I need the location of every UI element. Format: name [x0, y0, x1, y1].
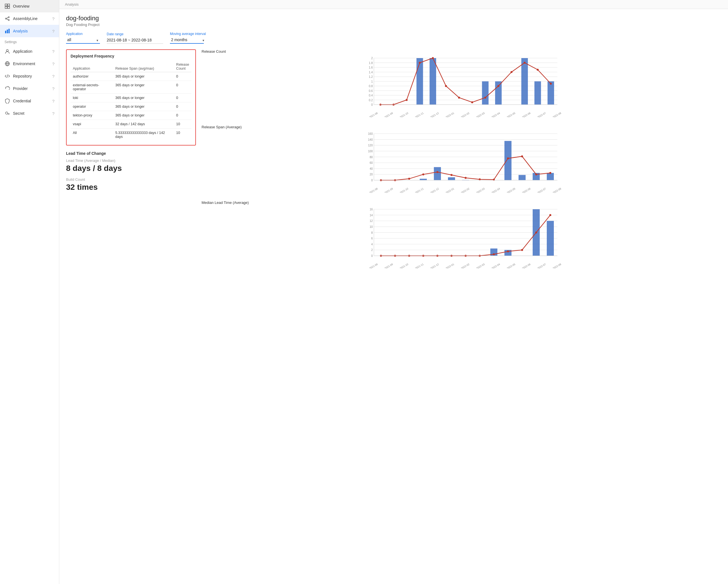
svg-text:2021-09: 2021-09 [384, 187, 393, 193]
table-row: loki 365 days or longer 0 [71, 93, 191, 102]
svg-text:2021-09: 2021-09 [369, 263, 378, 269]
help-icon[interactable]: ? [52, 16, 54, 21]
help-icon[interactable]: ? [52, 29, 54, 33]
svg-text:60: 60 [369, 161, 373, 164]
release-count-svg: 00.20.40.60.811.21.41.61.822021-082021-0… [202, 55, 721, 117]
svg-point-107 [408, 178, 410, 179]
svg-point-62 [537, 69, 539, 71]
application-select-wrapper[interactable]: all [66, 36, 100, 44]
svg-text:2021-10: 2021-10 [399, 187, 409, 193]
svg-text:16: 16 [369, 208, 373, 211]
svg-text:2022-03: 2022-03 [476, 263, 485, 269]
deployment-frequency-section: Deployment Frequency Application Release… [66, 49, 196, 145]
col-application: Application [71, 61, 113, 72]
svg-text:2022-06: 2022-06 [522, 263, 531, 269]
svg-point-116 [535, 173, 537, 175]
release-count: 0 [174, 102, 191, 111]
sidebar-item-repository[interactable]: Repository ? [0, 70, 59, 82]
svg-text:2022-04: 2022-04 [491, 112, 501, 117]
svg-point-112 [479, 178, 481, 180]
share-icon [4, 16, 10, 22]
release-span-chart: Release Span (Average) 02040608010012014… [202, 125, 721, 194]
shield-icon [4, 98, 10, 104]
bar-chart-icon [4, 28, 10, 34]
release-count: 0 [174, 93, 191, 102]
moving-avg-select-wrapper[interactable]: 2 months 1 month 3 months [170, 36, 206, 44]
application-select[interactable]: all [66, 36, 100, 44]
svg-rect-104 [547, 173, 554, 180]
release-count-chart: Release Count 00.20.40.60.811.21.41.61.8… [202, 49, 721, 118]
svg-text:8: 8 [371, 231, 373, 234]
help-icon[interactable]: ? [52, 86, 54, 91]
svg-text:2022-04: 2022-04 [491, 187, 501, 193]
release-count: 10 [174, 120, 191, 129]
svg-text:2021-12: 2021-12 [430, 112, 440, 117]
svg-text:2022-04: 2022-04 [491, 263, 501, 269]
sidebar-item-label: Provider [13, 86, 28, 91]
svg-text:12: 12 [369, 219, 373, 222]
svg-point-165 [521, 249, 523, 251]
help-icon[interactable]: ? [52, 99, 54, 104]
sidebar-item-label: AssemblyLine [13, 16, 37, 21]
svg-text:2021-08: 2021-08 [369, 187, 378, 193]
sidebar-item-application[interactable]: Application ? [0, 45, 59, 58]
svg-text:2021-12: 2021-12 [430, 187, 440, 193]
help-icon[interactable]: ? [52, 49, 54, 54]
sidebar-item-overview[interactable]: Overview [0, 0, 59, 12]
svg-text:1: 1 [371, 80, 373, 83]
sidebar-item-label: Analysis [13, 29, 28, 33]
svg-rect-101 [504, 141, 512, 180]
build-count-value: 32 times [66, 183, 196, 192]
svg-text:40: 40 [369, 167, 373, 170]
help-icon[interactable]: ? [52, 111, 54, 116]
svg-text:1.6: 1.6 [369, 66, 373, 69]
svg-text:2021-10: 2021-10 [399, 263, 409, 269]
sidebar-item-assemblyline[interactable]: AssemblyLine ? [0, 12, 59, 25]
svg-text:2022-05: 2022-05 [506, 112, 516, 117]
svg-text:2022-06: 2022-06 [522, 112, 531, 117]
svg-point-63 [550, 83, 552, 85]
svg-text:1.4: 1.4 [369, 71, 373, 74]
svg-point-115 [521, 156, 523, 157]
svg-rect-11 [8, 29, 9, 33]
moving-avg-select[interactable]: 2 months 1 month 3 months [170, 36, 204, 44]
svg-point-12 [6, 50, 8, 52]
svg-text:0.8: 0.8 [369, 85, 373, 88]
svg-text:140: 140 [368, 138, 373, 141]
svg-point-58 [485, 97, 486, 99]
app-name: tekton-proxy [71, 111, 113, 120]
app-name: loki [71, 93, 113, 102]
svg-text:2022-08: 2022-08 [552, 112, 562, 117]
deployment-frequency-table: Application Release Span (avg/max) Relea… [71, 61, 191, 141]
sidebar-item-provider[interactable]: Provider ? [0, 82, 59, 95]
app-name: operator [71, 102, 113, 111]
table-row: All 5.333333333333333 days / 142 days 10 [71, 129, 191, 141]
svg-point-52 [406, 99, 408, 101]
sidebar: Overview AssemblyLine ? Analysis ? Setti… [0, 0, 59, 584]
svg-point-56 [458, 97, 460, 99]
svg-text:2: 2 [371, 248, 373, 252]
svg-text:6: 6 [371, 237, 373, 240]
svg-rect-154 [547, 221, 554, 256]
help-icon[interactable]: ? [52, 74, 54, 79]
median-lead-time-title: Median Lead Time (Average) [202, 200, 721, 205]
key-icon [4, 111, 10, 116]
svg-rect-49 [548, 82, 554, 105]
help-icon[interactable]: ? [52, 61, 54, 66]
svg-text:2022-07: 2022-07 [537, 112, 546, 117]
sidebar-item-environment[interactable]: Environment ? [0, 58, 59, 70]
release-span: 365 days or longer [113, 102, 174, 111]
sidebar-item-analysis[interactable]: Analysis ? [0, 25, 59, 37]
svg-point-164 [507, 250, 509, 252]
build-count-label: Build Count [66, 177, 196, 182]
svg-rect-0 [5, 4, 7, 6]
svg-text:160: 160 [368, 132, 373, 135]
app-name: authorizer [71, 72, 113, 81]
sidebar-item-secret[interactable]: Secret ? [0, 107, 59, 119]
application-filter: Application all [66, 32, 100, 44]
svg-rect-2 [5, 6, 7, 8]
sidebar-item-credential[interactable]: Credential ? [0, 95, 59, 107]
cloud-icon [4, 86, 10, 91]
svg-point-117 [549, 172, 551, 174]
svg-text:2022-02: 2022-02 [460, 263, 470, 269]
